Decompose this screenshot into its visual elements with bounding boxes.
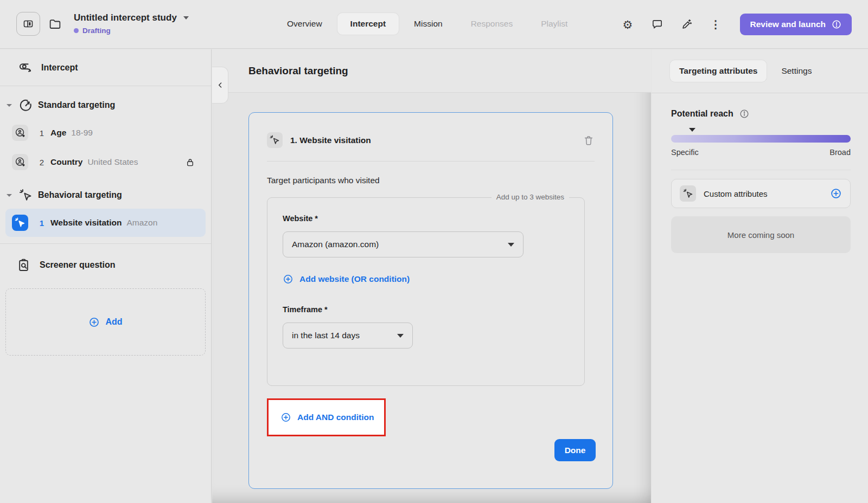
app-logo-icon: [22, 17, 35, 30]
select-caret-icon: [397, 334, 404, 338]
study-title: Untitled intercept study: [74, 12, 177, 23]
main-canvas: Behavioral targeting 1. Website visitati…: [212, 49, 651, 503]
left-sidebar: Intercept Standard targeting 1 Age 18-99: [0, 49, 212, 503]
status-badge: Drafting: [74, 27, 189, 35]
add-and-condition-label: Add AND condition: [297, 412, 374, 422]
reach-gradient-bar[interactable]: [671, 135, 851, 143]
intercept-icon: [18, 60, 33, 75]
app-logo-button[interactable]: [16, 12, 40, 36]
magic-pen-icon[interactable]: [679, 17, 693, 31]
plus-circle-icon: [830, 188, 842, 199]
gauge-target-icon: [18, 98, 33, 113]
website-field-label: Website *: [283, 214, 569, 223]
timeframe-select[interactable]: in the last 14 days: [283, 323, 413, 349]
comment-icon[interactable]: [650, 17, 664, 31]
add-and-condition-link[interactable]: Add AND condition: [280, 412, 374, 423]
fieldset-legend: Add up to 3 websites: [492, 193, 569, 201]
add-website-or-label: Add website (OR condition): [299, 274, 410, 284]
cursor-sparkle-icon: [12, 215, 28, 231]
add-button[interactable]: Add: [88, 317, 122, 328]
cursor-sparkle-icon: [267, 132, 283, 148]
plus-circle-icon: [280, 412, 291, 423]
item-value: Amazon: [127, 218, 158, 228]
item-index: 1: [35, 218, 49, 228]
tab-intercept[interactable]: Intercept: [337, 13, 399, 35]
right-panel-body: Potential reach Specific Broad: [652, 93, 868, 253]
folder-icon[interactable]: [48, 17, 62, 31]
website-select-value: Amazon (amazon.com): [292, 240, 379, 249]
potential-reach-title: Potential reach: [671, 109, 733, 119]
panel-divider: [671, 170, 851, 170]
more-options-kebab-icon[interactable]: ⋮: [709, 17, 723, 31]
reach-labels: Specific Broad: [671, 148, 851, 157]
card-description: Target participants who visited: [267, 176, 595, 185]
study-title-menu[interactable]: Untitled intercept study: [74, 12, 189, 23]
sidebar-collapse-handle[interactable]: [212, 67, 228, 104]
select-caret-icon: [508, 243, 514, 247]
plus-circle-icon: [283, 274, 293, 285]
screener-question-title: Screener question: [40, 260, 116, 270]
card-title: 1. Website visitation: [290, 136, 371, 145]
sidebar-section-standard-targeting[interactable]: Standard targeting: [0, 93, 211, 118]
topbar-icon-group: ⚙ ⋮: [621, 14, 723, 35]
standard-targeting-title: Standard targeting: [38, 100, 115, 110]
sidebar-item-intercept[interactable]: Intercept: [0, 49, 211, 86]
item-label: Age: [50, 128, 66, 138]
item-value: United States: [87, 157, 138, 167]
chevron-left-icon: [216, 81, 225, 89]
person-attribute-icon: [12, 154, 28, 170]
add-website-or-condition-link[interactable]: Add website (OR condition): [283, 274, 410, 285]
lock-icon: [184, 157, 196, 168]
topbar: Untitled intercept study Drafting Overvi…: [0, 0, 868, 49]
collapse-caret-icon: [7, 104, 12, 107]
sidebar-item-website-visitation[interactable]: 1 Website visitation Amazon: [5, 209, 206, 237]
info-icon[interactable]: [739, 108, 750, 119]
behavioral-targeting-title: Behavioral targeting: [38, 190, 122, 200]
person-attribute-icon: [12, 125, 28, 141]
sidebar-section-behavioral-targeting[interactable]: Behavioral targeting: [0, 183, 211, 208]
cursor-sparkle-icon: [18, 188, 33, 203]
tab-responses: Responses: [458, 13, 526, 35]
add-custom-attribute-button[interactable]: [830, 188, 842, 199]
timeframe-select-value: in the last 14 days: [292, 331, 360, 340]
settings-gear-icon[interactable]: ⚙: [621, 17, 635, 31]
tab-playlist: Playlist: [528, 13, 580, 35]
custom-attributes-card: Custom attributes: [671, 179, 851, 208]
main-header: Behavioral targeting: [212, 49, 651, 93]
website-select[interactable]: Amazon (amazon.com): [283, 231, 524, 257]
delete-trash-icon[interactable]: [583, 134, 595, 146]
main-nav-tabs: Overview Intercept Mission Responses Pla…: [274, 13, 580, 35]
potential-reach-header: Potential reach: [671, 108, 851, 119]
item-label: Website visitation: [50, 218, 122, 228]
item-index: 2: [35, 158, 49, 167]
review-and-launch-button[interactable]: Review and launch: [740, 14, 852, 35]
cursor-sparkle-icon: [680, 185, 696, 202]
sidebar-divider: [0, 243, 211, 244]
add-block-dropzone[interactable]: Add: [5, 288, 206, 356]
reach-specific-label: Specific: [671, 148, 699, 157]
status-dot-icon: [74, 28, 79, 33]
add-and-condition-highlight-box: Add AND condition: [267, 398, 386, 436]
custom-attributes-label: Custom attributes: [704, 189, 822, 198]
tab-mission[interactable]: Mission: [401, 13, 456, 35]
tab-overview[interactable]: Overview: [274, 13, 335, 35]
sidebar-item-country[interactable]: 2 Country United States: [5, 148, 206, 176]
website-visitation-card: 1. Website visitation Target participant…: [248, 112, 613, 489]
right-panel-tabs: Targeting attributes Settings: [652, 49, 868, 93]
tab-targeting-attributes[interactable]: Targeting attributes: [670, 60, 767, 82]
item-label: Country: [50, 157, 82, 167]
status-label: Drafting: [82, 27, 111, 35]
card-divider: [267, 161, 595, 162]
done-button[interactable]: Done: [554, 439, 596, 461]
timeframe-field-label: Timeframe *: [283, 305, 569, 314]
reach-broad-label: Broad: [829, 148, 851, 157]
clipboard-search-icon: [16, 258, 31, 273]
sidebar-item-age[interactable]: 1 Age 18-99: [5, 119, 206, 147]
reach-marker-icon: [689, 128, 695, 132]
sidebar-section-screener-question[interactable]: Screener question: [0, 252, 211, 279]
add-label: Add: [105, 317, 122, 327]
tab-settings[interactable]: Settings: [772, 60, 821, 82]
card-header: 1. Website visitation: [267, 132, 595, 148]
page-title: Behavioral targeting: [248, 65, 348, 77]
more-coming-soon-box: More coming soon: [671, 216, 851, 253]
